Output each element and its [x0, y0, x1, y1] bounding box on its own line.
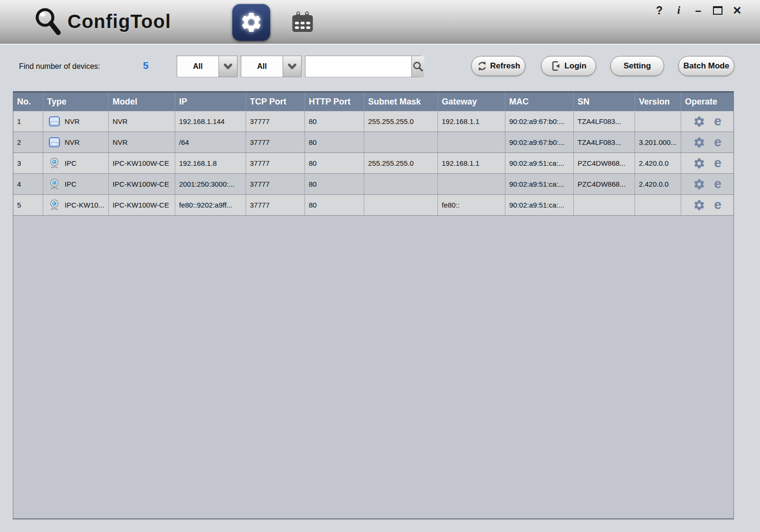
version-value: 2.420.0.0 — [639, 180, 669, 188]
column-header-no: No. — [13, 93, 43, 111]
cell-operate: e — [681, 111, 733, 132]
cell-tcp-port: 37777 — [246, 195, 305, 215]
close-button[interactable]: ✕ — [732, 3, 743, 18]
column-header-operate: Operate — [681, 93, 733, 111]
maximize-button[interactable] — [712, 3, 723, 18]
cell-model: IPC-KW100W-CE — [109, 195, 175, 215]
cell-gateway — [438, 174, 505, 194]
table-row[interactable]: 4IPCIPC-KW100W-CE2001:250:3000:...377778… — [13, 174, 733, 195]
chevron-down-icon — [223, 61, 233, 72]
minimize-button[interactable]: – — [693, 3, 704, 18]
column-header-http-port: HTTP Port — [305, 93, 364, 111]
search-input[interactable] — [305, 56, 411, 77]
help-button[interactable]: ? — [654, 3, 665, 18]
ip-value: 192.168.1.144 — [179, 117, 225, 125]
cell-gateway: fe80:: — [438, 195, 505, 215]
cell-type: IPC — [43, 174, 109, 194]
type-label: NVR — [65, 138, 80, 146]
table-row[interactable]: 5IPC-KW10...IPC-KW100W-CEfe80::9202:a9ff… — [13, 195, 733, 216]
operate-settings-gear-icon[interactable] — [693, 115, 705, 128]
operate-ie-browser-icon[interactable]: e — [714, 135, 722, 149]
cell-subnet-mask — [364, 195, 438, 215]
type-label: NVR — [65, 117, 80, 125]
cell-version: 2.420.0.0 — [635, 153, 681, 173]
operate-ie-browser-icon[interactable]: e — [714, 114, 722, 128]
table-header-row: No.TypeModelIPTCP PortHTTP PortSubnet Ma… — [13, 93, 733, 111]
cell-sn — [574, 195, 635, 215]
cell-type: IPC-KW10... — [43, 195, 109, 215]
magnifier-logo-icon — [32, 6, 64, 37]
cell-ip: /64 — [175, 132, 246, 152]
cell-http-port: 80 — [305, 111, 364, 132]
column-header-tcp-port: TCP Port — [246, 93, 305, 111]
login-icon — [551, 60, 562, 72]
cell-model: NVR — [109, 111, 175, 132]
cell-version — [635, 111, 681, 132]
cell-subnet-mask: 255.255.255.0 — [364, 111, 438, 132]
cell-model: IPC-KW100W-CE — [109, 174, 175, 194]
tab-settings[interactable] — [232, 4, 270, 41]
column-header-type: Type — [43, 93, 109, 111]
operate-settings-gear-icon[interactable] — [693, 178, 705, 190]
gateway-value: fe80:: — [442, 201, 460, 209]
window-controls: ? i – ✕ — [654, 2, 743, 19]
type-filter-expand-button[interactable] — [218, 56, 237, 77]
operate-settings-gear-icon[interactable] — [693, 199, 705, 211]
table-row[interactable]: 2NVRNVR/64377778090:02:a9:67:b0:...TZA4L… — [13, 132, 733, 153]
operate-settings-gear-icon[interactable] — [693, 136, 705, 149]
cell-version: 3.201.000... — [635, 132, 681, 152]
table-row[interactable]: 1NVRNVR192.168.1.1443777780255.255.255.0… — [13, 111, 733, 132]
operate-ie-browser-icon[interactable]: e — [714, 177, 722, 190]
type-label: IPC — [65, 180, 76, 188]
column-header-gateway: Gateway — [438, 93, 505, 111]
tcp-port-value: 37777 — [250, 159, 270, 167]
subnet-mask-value: 255.255.255.0 — [368, 159, 414, 167]
batch-mode-button[interactable]: Batch Mode — [678, 56, 734, 76]
cell-type: NVR — [43, 132, 109, 152]
type-filter-dropdown[interactable]: All — [177, 56, 238, 77]
refresh-button[interactable]: Refresh — [471, 56, 525, 76]
login-label: Login — [564, 61, 586, 71]
cell-no: 3 — [13, 153, 43, 173]
cell-operate: e — [681, 195, 733, 215]
cell-version: 2.420.0.0 — [635, 174, 681, 194]
operate-ie-browser-icon[interactable]: e — [714, 198, 722, 211]
mac-value: 90:02:a9:51:ca:... — [509, 180, 564, 188]
protocol-filter-expand-button[interactable] — [283, 56, 301, 77]
tab-batch-schedule[interactable] — [288, 10, 317, 36]
search-button[interactable] — [411, 56, 424, 77]
cell-sn: PZC4DW868... — [574, 153, 635, 173]
info-button[interactable]: i — [673, 3, 684, 18]
login-button[interactable]: Login — [541, 56, 596, 76]
cell-gateway — [438, 132, 505, 152]
cell-ip: 192.168.1.8 — [175, 153, 246, 173]
ip-value: 2001:250:3000:... — [179, 180, 235, 188]
gateway-value: 192.168.1.1 — [442, 159, 479, 167]
model-value: NVR — [113, 138, 128, 146]
mac-value: 90:02:a9:67:b0:... — [509, 138, 565, 146]
cell-model: NVR — [109, 132, 175, 152]
cell-sn: TZA4LF083... — [574, 132, 635, 152]
operate-ie-browser-icon[interactable]: e — [714, 156, 722, 170]
http-port-value: 80 — [309, 117, 317, 125]
setting-button[interactable]: Setting — [610, 56, 664, 76]
protocol-filter-dropdown[interactable]: All — [241, 56, 302, 77]
row-number: 3 — [17, 159, 21, 167]
type-label: IPC — [65, 159, 76, 167]
version-value: 2.420.0.0 — [639, 159, 669, 167]
cell-mac: 90:02:a9:51:ca:... — [505, 195, 574, 215]
cell-http-port: 80 — [305, 174, 364, 194]
operate-settings-gear-icon[interactable] — [693, 157, 705, 170]
type-filter-value: All — [177, 56, 218, 77]
model-value: NVR — [113, 117, 128, 125]
row-number: 5 — [17, 201, 21, 209]
app-logo: ConfigTool — [32, 6, 171, 37]
gateway-value: 192.168.1.1 — [442, 117, 479, 125]
ip-value: 192.168.1.8 — [179, 159, 217, 167]
cell-tcp-port: 37777 — [246, 174, 305, 194]
mac-value: 90:02:a9:51:ca:... — [509, 159, 564, 167]
sn-value: TZA4LF083... — [578, 138, 621, 146]
cell-no: 5 — [13, 195, 43, 215]
setting-label: Setting — [624, 61, 651, 71]
table-row[interactable]: 3IPCIPC-KW100W-CE192.168.1.83777780255.2… — [13, 153, 733, 174]
